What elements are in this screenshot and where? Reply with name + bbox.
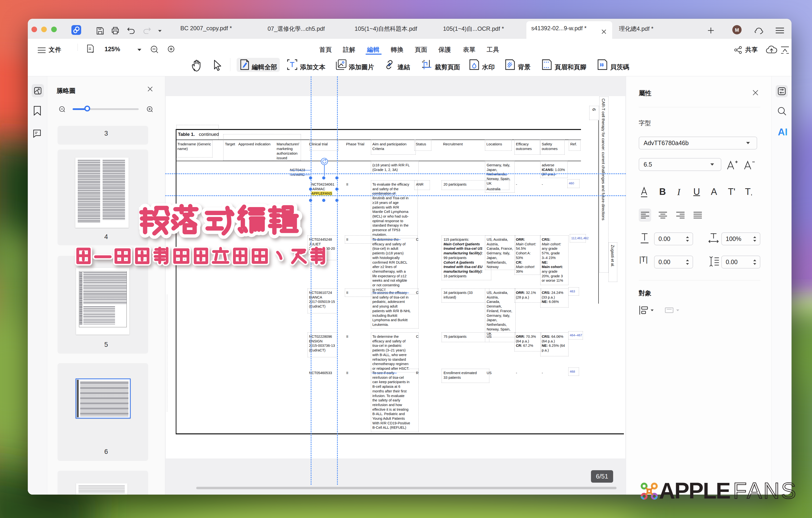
svg-text:M: M xyxy=(735,27,739,33)
